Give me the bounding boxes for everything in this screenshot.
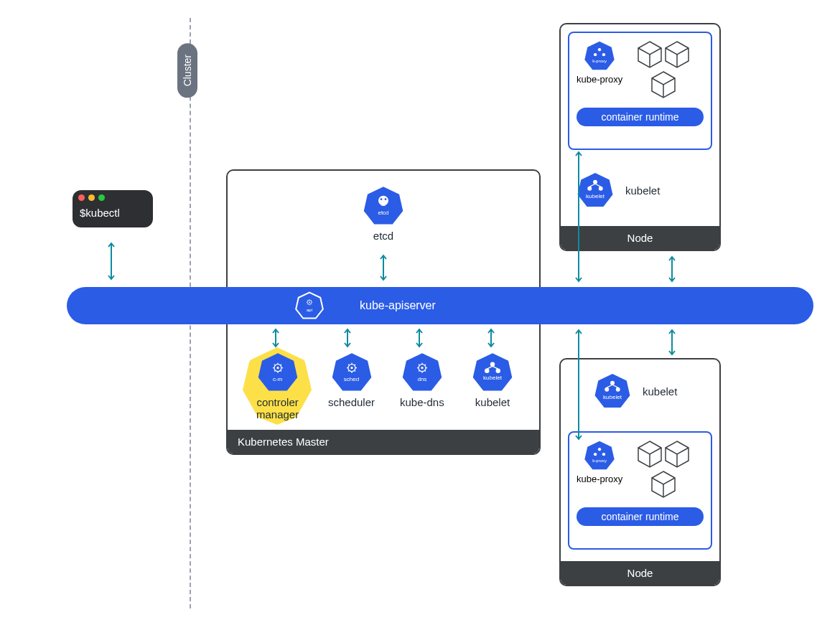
svg-point-37 — [594, 453, 597, 456]
svg-point-32 — [605, 387, 609, 392]
cm-label: controler manager — [256, 396, 299, 421]
master-panel-title: Kubernetes Master — [228, 430, 539, 453]
kubectl-terminal: $kubectl — [73, 190, 153, 227]
scheduler-component: sched scheduler — [328, 352, 375, 408]
kube-apiserver-bar: api kube-apiserver — [67, 287, 813, 324]
node-top-panel: k-proxy kube-proxy container runtime kub… — [559, 23, 721, 251]
svg-point-33 — [616, 387, 620, 392]
cm-tag: c-m — [273, 377, 282, 382]
node-top-kubelet-tag: kubelet — [586, 193, 605, 199]
cube-icon — [637, 40, 663, 69]
arrow-node-top-right-apiserver — [668, 254, 676, 284]
node-bottom-kubelet-icon: kubelet — [594, 372, 631, 410]
minimize-dot-icon — [88, 194, 95, 201]
etcd-icon: etcd — [363, 185, 404, 227]
svg-point-26 — [593, 180, 597, 184]
dns-label: kube-dns — [400, 396, 444, 408]
arrow-cm-apiserver — [271, 327, 280, 349]
apiserver-label: kube-apiserver — [360, 299, 436, 312]
node-top-kubelet-label: kubelet — [625, 184, 660, 197]
svg-point-23 — [598, 48, 601, 51]
svg-point-15 — [381, 198, 383, 200]
svg-line-30 — [595, 184, 601, 187]
svg-point-19 — [485, 369, 489, 373]
close-dot-icon — [78, 194, 85, 201]
svg-rect-17 — [381, 204, 386, 206]
svg-point-20 — [496, 369, 500, 373]
arrow-node-bottom-left-apiserver — [574, 327, 583, 442]
cluster-label: Cluster — [177, 43, 197, 98]
cube-icon — [650, 70, 676, 99]
node-bottom-kproxy-label: kube-proxy — [577, 474, 622, 484]
arrow-dns-apiserver — [415, 327, 424, 349]
node-top-kubelet: kubelet kubelet — [577, 171, 660, 209]
cube-icon — [637, 440, 663, 469]
kube-dns-component: dns kube-dns — [400, 352, 444, 408]
dns-tag: dns — [417, 377, 426, 382]
master-kubelet-icon: kubelet — [472, 352, 513, 393]
node-top-runtime-box: k-proxy kube-proxy container runtime — [568, 32, 712, 150]
svg-point-16 — [385, 198, 387, 200]
node-bottom-kubelet: kubelet kubelet — [594, 372, 677, 410]
svg-line-29 — [589, 184, 595, 187]
master-kubelet-tag: kubelet — [483, 375, 502, 381]
terminal-titlebar — [73, 190, 153, 202]
node-top-runtime-label: container runtime — [577, 108, 704, 126]
master-kubelet-label: kubelet — [475, 396, 510, 408]
svg-point-25 — [602, 53, 605, 56]
etcd-label: etcd — [373, 230, 393, 242]
etcd-tag: etcd — [378, 210, 388, 216]
node-bottom-kubelet-label: kubelet — [643, 385, 677, 398]
node-bottom-runtime-box: k-proxy kube-proxy container runtime — [568, 431, 712, 550]
node-top-title: Node — [561, 226, 719, 250]
node-top-cubes — [631, 40, 696, 99]
node-bottom-kproxy-icon: k-proxy — [584, 440, 615, 471]
sched-label: scheduler — [328, 396, 375, 408]
arrow-node-bottom-right-apiserver — [668, 327, 676, 357]
maximize-dot-icon — [98, 194, 105, 201]
cube-icon — [664, 40, 690, 69]
svg-line-35 — [612, 385, 618, 387]
svg-line-34 — [607, 385, 612, 387]
svg-point-28 — [599, 187, 603, 191]
master-kubelet-component: kubelet kubelet — [472, 352, 513, 408]
kube-dns-icon: dns — [401, 352, 443, 393]
arrow-kubectl-apiserver — [107, 240, 116, 282]
etcd-component: etcd etcd — [363, 185, 404, 242]
node-top-kproxy-icon: k-proxy — [584, 40, 615, 72]
arrow-etcd-apiserver — [379, 253, 388, 283]
sched-tag: sched — [344, 377, 359, 382]
node-top-kproxy-tag: k-proxy — [592, 59, 607, 63]
node-bottom-kubelet-tag: kubelet — [603, 394, 622, 400]
node-bottom-title: Node — [561, 561, 719, 585]
api-icon: api — [295, 291, 324, 320]
cube-icon — [650, 470, 676, 499]
controller-manager-icon: c-m — [257, 352, 299, 393]
svg-point-18 — [490, 362, 495, 366]
node-bottom-kproxy-tag: k-proxy — [592, 459, 607, 463]
node-bottom-runtime-label: container runtime — [577, 507, 704, 526]
api-tag: api — [307, 308, 312, 312]
svg-point-31 — [610, 381, 615, 385]
node-bottom-panel: kubelet kubelet k-proxy kube-proxy — [559, 358, 721, 586]
svg-point-24 — [594, 53, 597, 56]
kubectl-text: $kubectl — [73, 202, 153, 227]
arrow-sched-apiserver — [343, 327, 352, 349]
svg-point-36 — [598, 448, 601, 451]
svg-point-38 — [602, 453, 605, 456]
cube-icon — [664, 440, 690, 469]
arrow-node-top-left-apiserver — [574, 149, 583, 284]
svg-line-22 — [493, 366, 498, 369]
node-top-kproxy-label: kube-proxy — [577, 74, 622, 85]
svg-line-21 — [487, 366, 493, 369]
controller-manager-component: c-m controler manager — [256, 352, 299, 421]
scheduler-icon: sched — [331, 352, 373, 393]
svg-point-27 — [587, 187, 592, 191]
node-bottom-cubes — [631, 440, 696, 499]
arrow-master-kubelet-apiserver — [487, 327, 495, 349]
